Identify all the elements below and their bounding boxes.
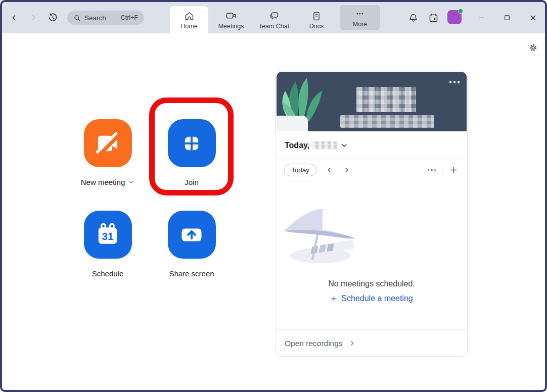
new-meeting-button[interactable]: New meeting: [62, 119, 153, 186]
date-row[interactable]: Today,: [276, 131, 467, 160]
tab-more[interactable]: More: [340, 5, 380, 30]
video-off-icon: [95, 130, 121, 157]
home-icon: [184, 10, 195, 21]
next-day-button[interactable]: [339, 163, 354, 177]
titlebar: Search Ctrl+F Home Meetings Team Chat: [2, 2, 545, 33]
action-label: New meeting: [81, 178, 125, 186]
gear-icon: [528, 43, 538, 53]
empty-message: No meetings scheduled.: [276, 279, 467, 288]
plus-icon: [330, 295, 338, 303]
tab-label: More: [353, 21, 367, 28]
search-icon: [73, 14, 81, 22]
open-recordings-link[interactable]: Open recordings: [276, 329, 467, 357]
maximize-button[interactable]: [498, 9, 516, 26]
tab-label: Docs: [309, 23, 324, 30]
search-shortcut: Ctrl+F: [121, 14, 138, 21]
panel-banner: [277, 72, 467, 131]
calendar-toolbar: Today: [276, 160, 467, 180]
settings-button[interactable]: [527, 41, 539, 54]
plus-square-icon: [178, 130, 205, 157]
history-button[interactable]: [44, 10, 61, 26]
schedule-a-meeting-link[interactable]: Schedule a meeting: [330, 294, 413, 303]
share-screen-button[interactable]: Share screen: [146, 211, 237, 278]
join-button[interactable]: Join: [146, 119, 237, 186]
calendar-icon: [428, 13, 439, 23]
back-button[interactable]: [6, 10, 22, 26]
tab-label: Meetings: [218, 23, 244, 30]
today-date-label: Today,: [285, 141, 309, 150]
calendar-tray-button[interactable]: [426, 10, 441, 25]
today-button[interactable]: Today: [284, 164, 316, 176]
zoom-window: Search Ctrl+F Home Meetings Team Chat: [0, 0, 547, 392]
more-options-button[interactable]: [426, 166, 438, 174]
plant-illustration: [277, 74, 325, 131]
chevron-down-icon: [128, 179, 134, 185]
calendar-day-number: 31: [102, 230, 114, 241]
tab-team-chat[interactable]: Team Chat: [254, 6, 294, 33]
presence-status-dot: [458, 9, 463, 14]
chat-bubbles-icon: [269, 10, 280, 21]
history-clock-icon: [48, 13, 58, 23]
share-up-icon: [178, 222, 205, 248]
action-label: Share screen: [169, 269, 214, 278]
action-label: Join: [185, 178, 199, 186]
chevron-right-icon: [29, 13, 38, 22]
redacted-time-text: [356, 87, 416, 112]
calendar-31-icon: 31: [95, 222, 121, 248]
close-icon: [529, 14, 537, 22]
redacted-date-text: [340, 115, 434, 128]
chevron-right-icon: [349, 340, 355, 347]
search-input[interactable]: Search Ctrl+F: [67, 11, 144, 25]
banner-more-button[interactable]: [449, 81, 460, 83]
maximize-icon: [503, 14, 511, 22]
tab-docs[interactable]: Docs: [300, 6, 333, 33]
add-meeting-button[interactable]: [448, 165, 459, 175]
meetings-video-icon: [225, 10, 237, 21]
empty-state: No meetings scheduled. Schedule a meetin…: [276, 180, 467, 329]
meetings-panel: Today, Today: [276, 71, 468, 357]
close-button[interactable]: [524, 9, 541, 26]
minimize-button[interactable]: [473, 9, 490, 26]
search-placeholder: Search: [84, 14, 106, 22]
toolbar-divider: [443, 165, 443, 175]
tab-label: Home: [180, 23, 197, 30]
ellipsis-icon: [355, 8, 365, 19]
action-label: Schedule: [92, 269, 124, 278]
home-view: New meeting Join: [2, 33, 545, 390]
chevron-down-icon: [341, 142, 348, 149]
notifications-button[interactable]: [405, 10, 421, 25]
redacted-date-value: [312, 141, 337, 150]
tab-meetings[interactable]: Meetings: [212, 6, 250, 33]
bell-icon: [408, 13, 419, 23]
chevron-left-icon: [10, 13, 19, 22]
avatar[interactable]: [447, 10, 462, 24]
schedule-button[interactable]: 31 Schedule: [62, 211, 153, 278]
cta-label: Schedule a meeting: [341, 294, 413, 303]
prev-day-button[interactable]: [322, 163, 337, 177]
beach-umbrella-illustration: [276, 206, 362, 265]
minimize-icon: [477, 14, 486, 22]
tab-home[interactable]: Home: [170, 6, 208, 33]
tab-label: Team Chat: [259, 23, 289, 30]
forward-button[interactable]: [25, 10, 41, 26]
footer-label: Open recordings: [285, 339, 343, 348]
document-icon: [311, 10, 322, 21]
